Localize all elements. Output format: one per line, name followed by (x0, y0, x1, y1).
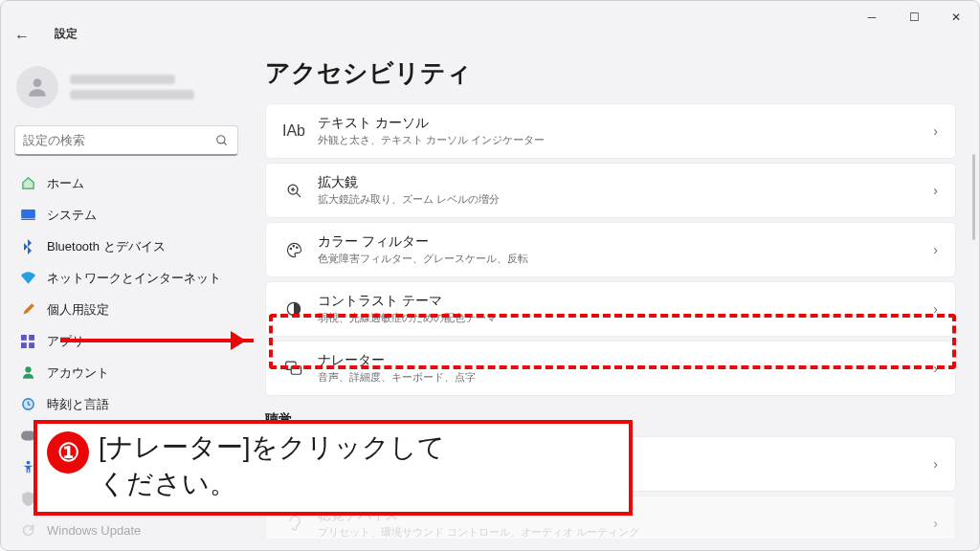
svg-rect-4 (21, 219, 35, 220)
chevron-right-icon: › (933, 183, 938, 198)
nav-account[interactable]: アカウント (7, 357, 246, 388)
nav-personal[interactable]: 個人用設定 (7, 294, 246, 325)
page-title: アクセシビリティ (265, 56, 956, 90)
row-sub: 色覚障害フィルター、グレースケール、反転 (318, 252, 933, 266)
back-button[interactable]: ← (14, 28, 30, 45)
magnifier-icon (283, 183, 304, 199)
nav-label: アカウント (47, 364, 109, 382)
svg-rect-3 (21, 209, 35, 218)
svg-point-12 (26, 461, 30, 465)
svg-line-2 (224, 142, 227, 144)
account-icon (20, 365, 35, 381)
annotation-arrow (60, 339, 254, 342)
apps-icon (20, 334, 35, 349)
contrast-icon (283, 301, 304, 317)
nav-network[interactable]: ネットワークとインターネット (7, 262, 246, 294)
row-title: 拡大鏡 (318, 174, 933, 191)
row-sub: 弱視、光線過敏症のための配色テーマ (318, 311, 933, 325)
scrollbar[interactable] (972, 154, 975, 240)
cursor-icon: IAb (283, 122, 304, 140)
row-sub: プリセット、環境サウンド コントロール、オーディオ ルーティング (318, 525, 933, 539)
nav-label: 個人用設定 (47, 301, 109, 319)
nav-label: システム (47, 207, 97, 224)
chevron-right-icon: › (933, 361, 938, 376)
nav-update[interactable]: Windows Update (7, 515, 246, 546)
step-number: ① (47, 431, 89, 474)
row-title: ナレーター (318, 352, 933, 369)
svg-point-18 (293, 245, 294, 246)
minimize-button[interactable]: ─ (851, 3, 893, 32)
instruction-text: [ナレーター]をクリックして ください。 (99, 430, 445, 502)
row-color-filter[interactable]: カラー フィルター色覚障害フィルター、グレースケール、反転 › (265, 222, 956, 277)
chevron-right-icon: › (933, 123, 938, 139)
user-name (70, 75, 194, 99)
svg-line-14 (296, 192, 300, 196)
search-box[interactable] (14, 125, 238, 156)
row-sub: 拡大鏡読み取り、ズーム レベルの増分 (318, 192, 933, 207)
row-contrast[interactable]: コントラスト テーマ弱視、光線過敏症のための配色テーマ › (265, 281, 956, 337)
nav-label: ネットワークとインターネット (47, 270, 221, 287)
row-magnifier[interactable]: 拡大鏡拡大鏡読み取り、ズーム レベルの増分 › (265, 163, 956, 218)
svg-point-17 (290, 248, 291, 249)
search-input[interactable] (23, 133, 195, 147)
bluetooth-icon (20, 239, 35, 254)
nav-time[interactable]: 時刻と言語 (7, 388, 246, 420)
svg-point-1 (217, 135, 225, 143)
chevron-right-icon: › (933, 516, 938, 531)
row-title: コントラスト テーマ (318, 293, 933, 310)
nav-label: Bluetooth とデバイス (47, 238, 166, 255)
row-narrator[interactable]: ナレーター音声、詳細度、キーボード、点字 › (265, 341, 956, 396)
palette-icon (283, 242, 304, 258)
avatar (16, 66, 58, 108)
row-title: テキスト カーソル (318, 115, 933, 132)
narrator-icon (283, 361, 304, 376)
svg-rect-7 (21, 342, 27, 348)
row-title: カラー フィルター (318, 233, 933, 251)
svg-point-9 (25, 366, 31, 372)
row-text-cursor[interactable]: IAb テキスト カーソル外観と太さ、テキスト カーソル インジケーター › (265, 103, 956, 159)
svg-rect-6 (29, 335, 34, 341)
nav-label: Windows Update (47, 523, 141, 538)
user-block[interactable] (7, 53, 246, 123)
app-title: 設定 (55, 26, 78, 42)
nav-bluetooth[interactable]: Bluetooth とデバイス (7, 231, 246, 262)
nav-home[interactable]: ホーム (7, 167, 246, 199)
clock-icon (20, 397, 35, 412)
row-sub: 外観と太さ、テキスト カーソル インジケーター (318, 133, 933, 147)
update-icon (20, 523, 35, 539)
svg-point-0 (33, 78, 42, 87)
svg-rect-5 (21, 335, 27, 341)
network-icon (20, 271, 35, 286)
nav-label: ホーム (47, 175, 84, 192)
svg-point-19 (296, 246, 297, 247)
row-sub: 音声、詳細度、キーボード、点字 (318, 370, 933, 385)
home-icon (20, 176, 35, 191)
system-icon (20, 208, 35, 223)
annotation-instruction: ① [ナレーター]をクリックして ください。 (33, 420, 633, 516)
ear-icon (283, 516, 304, 532)
search-icon (214, 133, 230, 148)
maximize-button[interactable]: ☐ (893, 3, 935, 32)
nav-system[interactable]: システム (7, 199, 246, 231)
close-button[interactable]: ✕ (935, 3, 977, 32)
brush-icon (20, 302, 35, 318)
chevron-right-icon: › (933, 242, 938, 257)
svg-rect-8 (29, 342, 34, 348)
nav-label: 時刻と言語 (47, 396, 109, 413)
chevron-right-icon: › (933, 456, 938, 472)
chevron-right-icon: › (933, 301, 938, 317)
svg-rect-22 (291, 366, 301, 374)
